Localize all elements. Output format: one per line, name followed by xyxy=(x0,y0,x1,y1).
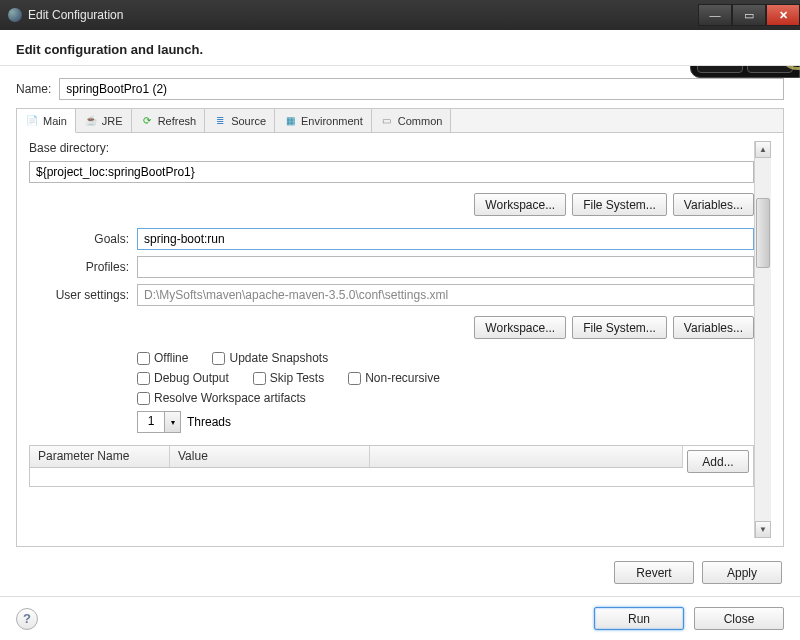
tab-label: JRE xyxy=(102,115,123,127)
tab-main[interactable]: 📄 Main xyxy=(17,109,76,133)
name-label: Name: xyxy=(16,82,51,96)
th-parameter-name[interactable]: Parameter Name xyxy=(30,446,170,467)
user-settings-buttons: Workspace... File System... Variables... xyxy=(29,316,754,339)
file-icon: 📄 xyxy=(25,114,39,128)
goals-input[interactable] xyxy=(137,228,754,250)
revert-button[interactable]: Revert xyxy=(614,561,694,584)
dialog-window: Edit Configuration — ▭ ✕ 英 •, Edit confi… xyxy=(0,0,800,640)
tab-environment[interactable]: ▦ Environment xyxy=(275,109,372,132)
tab-area: 📄 Main ☕ JRE ⟳ Refresh ≣ Source ▦ Env xyxy=(16,108,784,547)
help-icon[interactable]: ? xyxy=(16,608,38,630)
jre-icon: ☕ xyxy=(84,114,98,128)
maximize-button[interactable]: ▭ xyxy=(732,4,766,26)
tab-common[interactable]: ▭ Common xyxy=(372,109,452,132)
profiles-input[interactable] xyxy=(137,256,754,278)
scroll-track[interactable] xyxy=(755,158,771,521)
user-settings-input[interactable] xyxy=(137,284,754,306)
non-recursive-checkbox[interactable]: Non-recursive xyxy=(348,371,440,385)
debug-output-checkbox[interactable]: Debug Output xyxy=(137,371,229,385)
tab-source[interactable]: ≣ Source xyxy=(205,109,275,132)
vertical-scrollbar[interactable]: ▲ ▼ xyxy=(754,141,771,538)
variables-button-2[interactable]: Variables... xyxy=(673,316,754,339)
apply-button[interactable]: Apply xyxy=(702,561,782,584)
table-row[interactable] xyxy=(30,468,683,486)
update-snapshots-checkbox[interactable]: Update Snapshots xyxy=(212,351,328,365)
chevron-down-icon[interactable]: ▾ xyxy=(164,412,180,432)
heading: Edit configuration and launch. xyxy=(16,42,784,57)
minimize-button[interactable]: — xyxy=(698,4,732,26)
th-value[interactable]: Value xyxy=(170,446,370,467)
tabs: 📄 Main ☕ JRE ⟳ Refresh ≣ Source ▦ Env xyxy=(17,109,783,133)
workspace-button[interactable]: Workspace... xyxy=(474,193,566,216)
user-settings-label: User settings: xyxy=(29,288,129,302)
workspace-button-2[interactable]: Workspace... xyxy=(474,316,566,339)
titlebar[interactable]: Edit Configuration — ▭ ✕ xyxy=(0,0,800,30)
threads-label: Threads xyxy=(187,415,231,429)
main-tab-content: Base directory: Workspace... File System… xyxy=(29,141,754,538)
filesystem-button[interactable]: File System... xyxy=(572,193,667,216)
threads-spinner[interactable]: 1 ▾ xyxy=(137,411,181,433)
offline-checkbox[interactable]: Offline xyxy=(137,351,188,365)
tab-jre[interactable]: ☕ JRE xyxy=(76,109,132,132)
base-dir-buttons: Workspace... File System... Variables... xyxy=(29,193,754,216)
checkbox-row-1: Offline Update Snapshots xyxy=(137,351,754,365)
bottom-bar: ? Run Close xyxy=(0,596,800,640)
refresh-icon: ⟳ xyxy=(140,114,154,128)
content-area: Name: 📄 Main ☕ JRE ⟳ Refresh ≣ xyxy=(0,66,800,596)
source-icon: ≣ xyxy=(213,114,227,128)
common-icon: ▭ xyxy=(380,114,394,128)
add-button[interactable]: Add... xyxy=(687,450,749,473)
th-empty[interactable] xyxy=(370,446,683,467)
base-directory-label: Base directory: xyxy=(29,141,754,155)
close-window-button[interactable]: ✕ xyxy=(766,4,800,26)
table-side-buttons: Add... xyxy=(683,446,753,486)
profiles-label: Profiles: xyxy=(29,260,129,274)
checkbox-row-3: Resolve Workspace artifacts xyxy=(137,391,754,405)
close-button[interactable]: Close xyxy=(694,607,784,630)
name-row: Name: xyxy=(16,78,784,100)
threads-row: 1 ▾ Threads xyxy=(137,411,754,433)
form-grid: Goals: Profiles: User settings: xyxy=(29,228,754,306)
tab-label: Environment xyxy=(301,115,363,127)
tab-refresh[interactable]: ⟳ Refresh xyxy=(132,109,206,132)
dialog-header: Edit configuration and launch. xyxy=(0,30,800,66)
run-button[interactable]: Run xyxy=(594,607,684,630)
filesystem-button-2[interactable]: File System... xyxy=(572,316,667,339)
threads-value: 1 xyxy=(138,412,164,432)
tab-label: Source xyxy=(231,115,266,127)
table-header: Parameter Name Value xyxy=(30,446,683,468)
tab-label: Refresh xyxy=(158,115,197,127)
scroll-up-icon[interactable]: ▲ xyxy=(755,141,771,158)
tab-label: Main xyxy=(43,115,67,127)
base-directory-input[interactable] xyxy=(29,161,754,183)
checkbox-row-2: Debug Output Skip Tests Non-recursive xyxy=(137,371,754,385)
footer-buttons: Revert Apply xyxy=(16,555,784,584)
scroll-thumb[interactable] xyxy=(756,198,770,268)
tab-body: Base directory: Workspace... File System… xyxy=(17,133,783,546)
eclipse-icon xyxy=(8,8,22,22)
parameters-table: Parameter Name Value Add... xyxy=(29,445,754,487)
name-input[interactable] xyxy=(59,78,784,100)
resolve-workspace-checkbox[interactable]: Resolve Workspace artifacts xyxy=(137,391,306,405)
scroll-down-icon[interactable]: ▼ xyxy=(755,521,771,538)
window-title: Edit Configuration xyxy=(28,8,123,22)
skip-tests-checkbox[interactable]: Skip Tests xyxy=(253,371,324,385)
tab-label: Common xyxy=(398,115,443,127)
goals-label: Goals: xyxy=(29,232,129,246)
env-icon: ▦ xyxy=(283,114,297,128)
variables-button[interactable]: Variables... xyxy=(673,193,754,216)
